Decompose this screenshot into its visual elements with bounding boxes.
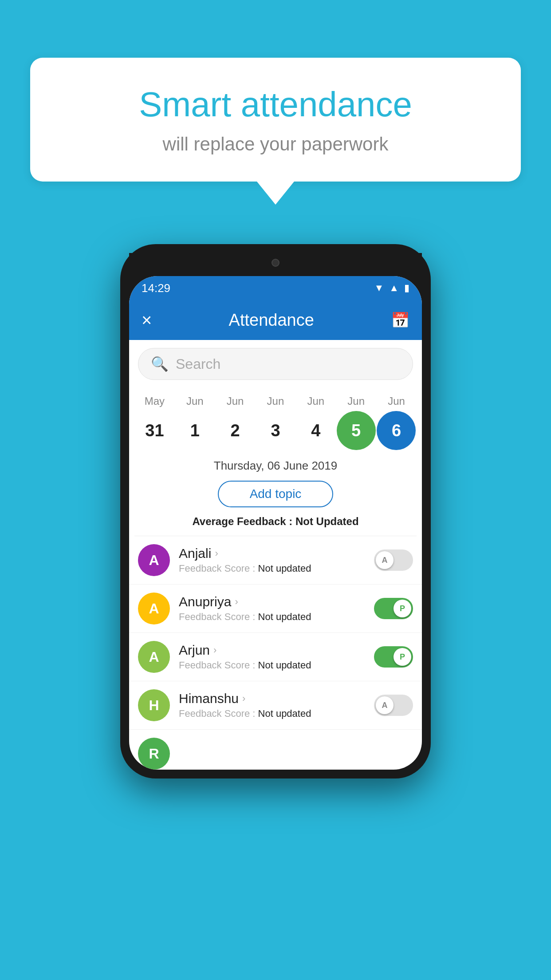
partial-student-item: R (129, 730, 422, 770)
speech-bubble-container: Smart attendance will replace your paper… (30, 58, 521, 205)
chevron-right-icon: › (242, 693, 245, 704)
month-cell: Jun (216, 395, 255, 407)
avatar: A (138, 544, 170, 576)
month-cell: Jun (337, 395, 376, 407)
battery-icon: ▮ (404, 282, 409, 294)
search-input[interactable]: Search (176, 356, 220, 372)
app-bar: × Attendance 📅 (129, 300, 422, 340)
avg-feedback-label: Average Feedback : (192, 515, 295, 527)
attendance-toggle[interactable]: A (374, 549, 413, 571)
phone-notch (129, 253, 422, 276)
student-name[interactable]: Anupriya › (179, 594, 374, 609)
status-time: 14:29 (142, 281, 170, 295)
chevron-right-icon: › (215, 548, 218, 559)
toggle-container[interactable]: P (374, 646, 413, 668)
search-icon: 🔍 (151, 356, 169, 372)
speech-bubble-title: Smart attendance (66, 84, 485, 125)
camera-dot (272, 259, 279, 267)
feedback-value: Not updated (258, 660, 311, 671)
month-cell: Jun (256, 395, 295, 407)
speech-bubble-tail (257, 182, 294, 205)
toggle-container[interactable]: A (374, 549, 413, 571)
wifi-icon: ▼ (374, 282, 384, 294)
notch-cutout (236, 252, 315, 273)
search-bar[interactable]: 🔍 Search (138, 348, 413, 380)
student-item: AAnupriya ›Feedback Score : Not updatedP (129, 585, 422, 633)
student-item: AAnjali ›Feedback Score : Not updatedA (129, 536, 422, 585)
avatar: R (138, 738, 170, 770)
date-cell[interactable]: 2 (216, 411, 255, 450)
attendance-toggle[interactable]: P (374, 646, 413, 668)
attendance-toggle[interactable]: P (374, 598, 413, 619)
avatar: A (138, 641, 170, 673)
toggle-container[interactable]: A (374, 695, 413, 716)
attendance-toggle[interactable]: A (374, 695, 413, 716)
toggle-knob: A (376, 551, 394, 569)
date-row: 31123456 (134, 411, 417, 450)
status-bar: 14:29 ▼ ▲ ▮ (129, 276, 422, 300)
student-feedback: Feedback Score : Not updated (179, 611, 374, 623)
app-bar-title: Attendance (229, 311, 314, 330)
date-cell[interactable]: 6 (377, 411, 416, 450)
feedback-value: Not updated (258, 611, 311, 622)
month-cell: Jun (377, 395, 416, 407)
chevron-right-icon: › (213, 644, 216, 656)
avatar: A (138, 593, 170, 624)
selected-date-label: Thursday, 06 June 2019 (129, 459, 422, 473)
toggle-knob: A (376, 696, 394, 714)
student-list: AAnjali ›Feedback Score : Not updatedAAA… (129, 536, 422, 770)
student-item: HHimanshu ›Feedback Score : Not updatedA (129, 681, 422, 730)
student-name[interactable]: Himanshu › (179, 691, 374, 706)
student-info: Arjun ›Feedback Score : Not updated (179, 643, 374, 671)
month-cell: May (135, 395, 174, 407)
status-icons: ▼ ▲ ▮ (374, 282, 409, 294)
phone-screen: 14:29 ▼ ▲ ▮ × Attendance 📅 🔍 Search (129, 276, 422, 770)
student-info: Himanshu ›Feedback Score : Not updated (179, 691, 374, 719)
toggle-knob: P (394, 648, 411, 666)
date-cell[interactable]: 3 (256, 411, 295, 450)
student-info: Anupriya ›Feedback Score : Not updated (179, 594, 374, 623)
toggle-knob: P (394, 600, 411, 617)
avatar: H (138, 689, 170, 721)
date-cell[interactable]: 4 (296, 411, 335, 450)
feedback-value: Not updated (258, 563, 311, 574)
student-feedback: Feedback Score : Not updated (179, 708, 374, 719)
calendar-icon[interactable]: 📅 (391, 311, 409, 329)
close-button[interactable]: × (142, 310, 152, 330)
speech-bubble-subtitle: will replace your paperwork (66, 134, 485, 155)
date-cell[interactable]: 1 (175, 411, 214, 450)
add-topic-button[interactable]: Add topic (218, 481, 333, 507)
student-name[interactable]: Anjali › (179, 546, 374, 561)
student-feedback: Feedback Score : Not updated (179, 660, 374, 671)
phone-outer: 14:29 ▼ ▲ ▮ × Attendance 📅 🔍 Search (120, 244, 431, 778)
student-feedback: Feedback Score : Not updated (179, 563, 374, 574)
date-cell[interactable]: 31 (135, 411, 174, 450)
signal-icon: ▲ (389, 282, 399, 294)
avg-feedback-value: Not Updated (295, 515, 359, 527)
speech-bubble: Smart attendance will replace your paper… (30, 58, 521, 182)
phone-mockup: 14:29 ▼ ▲ ▮ × Attendance 📅 🔍 Search (120, 244, 431, 778)
date-cell[interactable]: 5 (337, 411, 376, 450)
month-cell: Jun (296, 395, 335, 407)
calendar-row: MayJunJunJunJunJunJun 31123456 (129, 388, 422, 450)
feedback-value: Not updated (258, 708, 311, 719)
student-info: Anjali ›Feedback Score : Not updated (179, 546, 374, 574)
student-item: AArjun ›Feedback Score : Not updatedP (129, 633, 422, 681)
month-row: MayJunJunJunJunJunJun (134, 395, 417, 407)
month-cell: Jun (175, 395, 214, 407)
toggle-container[interactable]: P (374, 598, 413, 619)
chevron-right-icon: › (235, 596, 238, 608)
student-name[interactable]: Arjun › (179, 643, 374, 658)
average-feedback: Average Feedback : Not Updated (129, 515, 422, 528)
